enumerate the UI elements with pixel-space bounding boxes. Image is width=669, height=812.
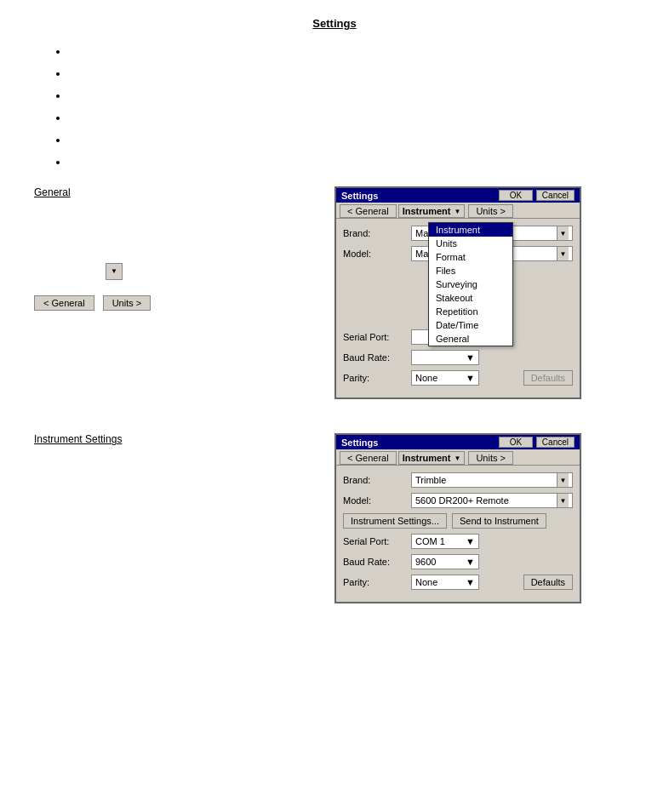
model-combo-arrow[interactable]: ▼: [557, 247, 569, 260]
parity-combo-bottom[interactable]: None ▼: [411, 575, 479, 590]
tab-dropdown-arrow: ▼: [454, 208, 460, 215]
model-combo-bottom[interactable]: 5600 DR200+ Remote ▼: [411, 493, 573, 508]
bullet-item-3: [68, 88, 635, 103]
serial-row-bottom: Serial Port: COM 1 ▼: [343, 534, 573, 549]
ok-button-top[interactable]: OK: [499, 190, 533, 201]
bullet-item-5: [68, 132, 635, 147]
parity-label-top: Parity:: [343, 373, 411, 383]
tab-general-top[interactable]: < General: [340, 204, 397, 218]
nav-forward-button[interactable]: Units >: [103, 295, 152, 311]
dialog-body-bottom: Brand: Trimble ▼ Model: 5600 DR200+ Remo…: [336, 466, 580, 602]
bullet-item-2: [68, 66, 635, 81]
dropdown-item-datetime[interactable]: Date/Time: [429, 318, 512, 332]
right-column-bottom: Settings OK Cancel < General Instrument …: [334, 433, 618, 620]
send-to-instrument-button[interactable]: Send to Instrument: [452, 513, 546, 529]
serial-label-top: Serial Port:: [343, 332, 411, 342]
left-body-text-2: [34, 232, 317, 248]
dropdown-item-repetition[interactable]: Repetition: [429, 305, 512, 318]
parity-arrow-top[interactable]: ▼: [466, 373, 475, 383]
model-combo-arrow-bottom[interactable]: ▼: [557, 494, 569, 507]
nav-back-button[interactable]: < General: [34, 295, 94, 311]
dropdown-item-units[interactable]: Units: [429, 237, 512, 250]
model-label-bottom: Model:: [343, 495, 411, 506]
tab-units-top[interactable]: Units >: [468, 204, 513, 218]
dialog-title-bottom: Settings: [341, 437, 378, 448]
dropdown-item-format[interactable]: Format: [429, 250, 512, 264]
dialog-titlebar-top: Settings OK Cancel: [336, 188, 580, 203]
baud-arrow-top[interactable]: ▼: [466, 352, 475, 363]
baud-label-bottom: Baud Rate:: [343, 557, 411, 567]
dropdown-item-files[interactable]: Files: [429, 264, 512, 277]
parity-row-top: Parity: None ▼ Defaults: [343, 370, 573, 386]
ok-button-bottom[interactable]: OK: [499, 437, 533, 448]
brand-combo-arrow-bottom[interactable]: ▼: [557, 473, 569, 487]
baud-label-top: Baud Rate:: [343, 352, 411, 363]
cancel-button-bottom[interactable]: Cancel: [536, 437, 575, 448]
tab-instrument-top[interactable]: Instrument ▼: [398, 204, 466, 218]
section-underline: General: [34, 186, 317, 198]
tab-dropdown-arrow-bottom: ▼: [454, 455, 460, 462]
parity-arrow-bottom[interactable]: ▼: [466, 577, 475, 587]
baud-row-top: Baud Rate: ▼: [343, 350, 573, 365]
instrument-settings-button[interactable]: Instrument Settings...: [343, 513, 447, 529]
settings-dialog-top: Settings OK Cancel < General Instrument …: [334, 186, 581, 399]
serial-arrow-bottom[interactable]: ▼: [466, 536, 475, 546]
dialog-titlebar-buttons-bottom[interactable]: OK Cancel: [499, 437, 575, 448]
baud-combo-bottom[interactable]: 9600 ▼: [411, 554, 479, 569]
tab-instrument-bottom[interactable]: Instrument ▼: [398, 451, 466, 465]
brand-label-top: Brand:: [343, 228, 411, 238]
bullet-list: [68, 43, 635, 169]
brand-row-bottom: Brand: Trimble ▼: [343, 472, 573, 488]
bullet-item-1: [68, 43, 635, 59]
brand-combo-arrow[interactable]: ▼: [557, 226, 569, 240]
defaults-button-top[interactable]: Defaults: [523, 370, 573, 386]
model-label-top: Model:: [343, 249, 411, 259]
page-title: Settings: [34, 17, 635, 30]
bullet-item-6: [68, 154, 635, 169]
dialog-tabs-top: < General Instrument ▼ Units >: [336, 203, 580, 219]
left-body-text-1: [34, 205, 317, 221]
dropdown-item-stakeout[interactable]: Stakeout: [429, 291, 512, 305]
serial-label-bottom: Serial Port:: [343, 536, 411, 546]
dialog-body-top: Brand: Manua ▼ Model: Manua ▼: [336, 219, 580, 397]
left-small-dropdown[interactable]: ▼: [106, 263, 123, 280]
parity-label-bottom: Parity:: [343, 577, 411, 587]
dialog-titlebar-buttons-top[interactable]: OK Cancel: [499, 190, 575, 201]
bottom-left-column: Instrument Settings: [34, 433, 317, 620]
parity-row-bottom: Parity: None ▼ Defaults: [343, 575, 573, 590]
bottom-left-body: [34, 452, 317, 468]
dropdown-item-instrument[interactable]: Instrument: [429, 223, 512, 237]
left-dropdown-label: [34, 258, 102, 274]
bottom-section-underline: Instrument Settings: [34, 433, 317, 445]
dialog-titlebar-bottom: Settings OK Cancel: [336, 435, 580, 449]
bullet-item-4: [68, 110, 635, 125]
tab-units-bottom[interactable]: Units >: [468, 451, 513, 465]
dialog-tabs-bottom: < General Instrument ▼ Units >: [336, 449, 580, 466]
baud-arrow-bottom[interactable]: ▼: [466, 557, 475, 567]
baud-row-bottom: Baud Rate: 9600 ▼: [343, 554, 573, 569]
left-column: General ▼ < General Units >: [34, 186, 317, 416]
parity-combo-top[interactable]: None ▼: [411, 370, 479, 386]
dropdown-menu[interactable]: Instrument Units Format Files Surveying …: [428, 222, 513, 346]
defaults-button-bottom[interactable]: Defaults: [523, 575, 573, 590]
serial-combo-bottom[interactable]: COM 1 ▼: [411, 534, 479, 549]
model-row-bottom: Model: 5600 DR200+ Remote ▼: [343, 493, 573, 508]
tab-general-bottom[interactable]: < General: [340, 451, 397, 465]
cancel-button-top[interactable]: Cancel: [536, 190, 575, 201]
baud-combo-top[interactable]: ▼: [411, 350, 479, 365]
dropdown-item-surveying[interactable]: Surveying: [429, 277, 512, 291]
brand-combo-bottom[interactable]: Trimble ▼: [411, 472, 573, 488]
right-column-top: Settings OK Cancel < General Instrument …: [334, 186, 618, 416]
dropdown-item-general[interactable]: General: [429, 332, 512, 346]
brand-label-bottom: Brand:: [343, 475, 411, 485]
instrument-action-row: Instrument Settings... Send to Instrumen…: [343, 513, 573, 529]
settings-dialog-bottom: Settings OK Cancel < General Instrument …: [334, 433, 581, 603]
dialog-title-top: Settings: [341, 191, 378, 201]
